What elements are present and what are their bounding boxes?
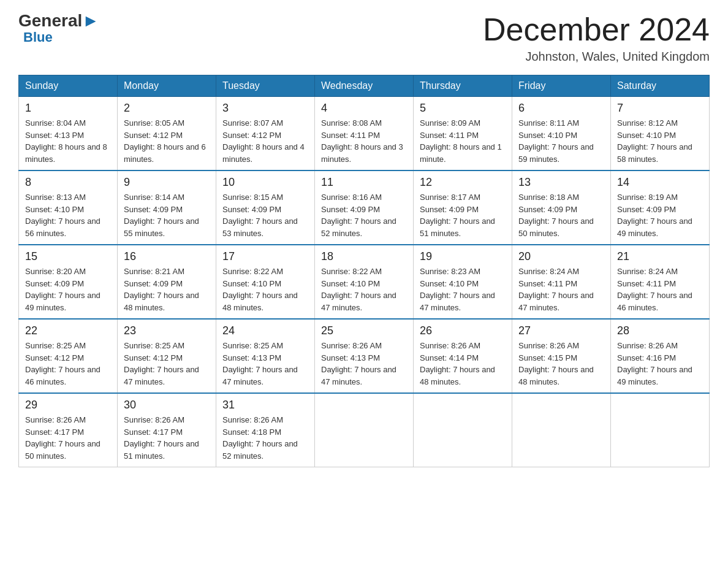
day-info: Sunrise: 8:19 AM Sunset: 4:09 PM Dayligh… [617,191,703,239]
calendar-cell: 22 Sunrise: 8:25 AM Sunset: 4:12 PM Dayl… [19,319,118,393]
day-number: 27 [518,324,604,337]
calendar-cell: 7 Sunrise: 8:12 AM Sunset: 4:10 PM Dayli… [611,97,710,171]
day-number: 1 [25,102,111,115]
day-number: 31 [222,399,308,412]
calendar-cell [611,393,710,467]
week-row-2: 8 Sunrise: 8:13 AM Sunset: 4:10 PM Dayli… [19,170,710,245]
header-row: Sunday Monday Tuesday Wednesday Thursday… [19,75,710,97]
day-number: 12 [420,176,506,189]
calendar-cell: 25 Sunrise: 8:26 AM Sunset: 4:13 PM Dayl… [315,319,414,393]
day-number: 16 [124,250,210,263]
day-info: Sunrise: 8:05 AM Sunset: 4:12 PM Dayligh… [124,117,210,165]
day-info: Sunrise: 8:26 AM Sunset: 4:18 PM Dayligh… [222,414,308,462]
calendar-cell: 16 Sunrise: 8:21 AM Sunset: 4:09 PM Dayl… [118,245,216,319]
title-block: December 2024 Johnston, Wales, United Ki… [483,12,710,64]
calendar-cell: 24 Sunrise: 8:25 AM Sunset: 4:13 PM Dayl… [216,319,315,393]
calendar-cell: 12 Sunrise: 8:17 AM Sunset: 4:09 PM Dayl… [414,170,512,245]
day-info: Sunrise: 8:07 AM Sunset: 4:12 PM Dayligh… [222,117,308,165]
day-info: Sunrise: 8:04 AM Sunset: 4:13 PM Dayligh… [25,117,111,165]
page-header: General► Blue December 2024 Johnston, Wa… [18,12,710,64]
calendar-cell: 14 Sunrise: 8:19 AM Sunset: 4:09 PM Dayl… [611,170,710,245]
day-number: 15 [25,250,111,263]
day-info: Sunrise: 8:08 AM Sunset: 4:11 PM Dayligh… [321,117,407,165]
day-info: Sunrise: 8:11 AM Sunset: 4:10 PM Dayligh… [518,117,604,165]
day-number: 8 [25,176,111,189]
day-number: 20 [518,250,604,263]
header-sunday: Sunday [19,75,118,97]
day-number: 2 [124,102,210,115]
calendar-cell: 29 Sunrise: 8:26 AM Sunset: 4:17 PM Dayl… [19,393,118,467]
location-subtitle: Johnston, Wales, United Kingdom [483,50,710,64]
day-info: Sunrise: 8:20 AM Sunset: 4:09 PM Dayligh… [25,266,111,313]
calendar-cell: 21 Sunrise: 8:24 AM Sunset: 4:11 PM Dayl… [611,245,710,319]
header-tuesday: Tuesday [216,75,315,97]
calendar-header: Sunday Monday Tuesday Wednesday Thursday… [19,75,710,97]
header-friday: Friday [512,75,611,97]
calendar-cell: 4 Sunrise: 8:08 AM Sunset: 4:11 PM Dayli… [315,97,414,171]
header-monday: Monday [118,75,216,97]
calendar-table: Sunday Monday Tuesday Wednesday Thursday… [18,75,710,467]
calendar-cell: 17 Sunrise: 8:22 AM Sunset: 4:10 PM Dayl… [216,245,315,319]
week-row-3: 15 Sunrise: 8:20 AM Sunset: 4:09 PM Dayl… [19,245,710,319]
day-info: Sunrise: 8:18 AM Sunset: 4:09 PM Dayligh… [518,191,604,239]
calendar-cell: 13 Sunrise: 8:18 AM Sunset: 4:09 PM Dayl… [512,170,611,245]
calendar-cell: 23 Sunrise: 8:25 AM Sunset: 4:12 PM Dayl… [118,319,216,393]
day-number: 4 [321,102,407,115]
day-number: 25 [321,324,407,337]
calendar-cell: 3 Sunrise: 8:07 AM Sunset: 4:12 PM Dayli… [216,97,315,171]
day-number: 19 [420,250,506,263]
header-wednesday: Wednesday [315,75,414,97]
day-number: 13 [518,176,604,189]
day-info: Sunrise: 8:12 AM Sunset: 4:10 PM Dayligh… [617,117,703,165]
calendar-cell: 20 Sunrise: 8:24 AM Sunset: 4:11 PM Dayl… [512,245,611,319]
day-info: Sunrise: 8:26 AM Sunset: 4:16 PM Dayligh… [617,340,703,388]
day-info: Sunrise: 8:22 AM Sunset: 4:10 PM Dayligh… [321,266,407,313]
day-info: Sunrise: 8:16 AM Sunset: 4:09 PM Dayligh… [321,191,407,239]
day-number: 18 [321,250,407,263]
day-number: 30 [124,399,210,412]
day-info: Sunrise: 8:09 AM Sunset: 4:11 PM Dayligh… [420,117,506,165]
day-info: Sunrise: 8:13 AM Sunset: 4:10 PM Dayligh… [25,191,111,239]
day-info: Sunrise: 8:26 AM Sunset: 4:13 PM Dayligh… [321,340,407,388]
day-number: 5 [420,102,506,115]
calendar-cell: 26 Sunrise: 8:26 AM Sunset: 4:14 PM Dayl… [414,319,512,393]
day-info: Sunrise: 8:21 AM Sunset: 4:09 PM Dayligh… [124,266,210,313]
day-info: Sunrise: 8:22 AM Sunset: 4:10 PM Dayligh… [222,266,308,313]
day-number: 29 [25,399,111,412]
header-thursday: Thursday [414,75,512,97]
day-info: Sunrise: 8:14 AM Sunset: 4:09 PM Dayligh… [124,191,210,239]
day-info: Sunrise: 8:24 AM Sunset: 4:11 PM Dayligh… [518,266,604,313]
logo-blue-text: Blue [23,29,53,45]
day-number: 24 [222,324,308,337]
calendar-body: 1 Sunrise: 8:04 AM Sunset: 4:13 PM Dayli… [19,97,710,467]
week-row-4: 22 Sunrise: 8:25 AM Sunset: 4:12 PM Dayl… [19,319,710,393]
day-number: 14 [617,176,703,189]
day-info: Sunrise: 8:26 AM Sunset: 4:17 PM Dayligh… [124,414,210,462]
day-number: 7 [617,102,703,115]
calendar-cell [315,393,414,467]
logo: General► Blue [18,12,99,45]
day-number: 26 [420,324,506,337]
calendar-cell: 11 Sunrise: 8:16 AM Sunset: 4:09 PM Dayl… [315,170,414,245]
day-number: 6 [518,102,604,115]
calendar-cell: 5 Sunrise: 8:09 AM Sunset: 4:11 PM Dayli… [414,97,512,171]
calendar-cell: 18 Sunrise: 8:22 AM Sunset: 4:10 PM Dayl… [315,245,414,319]
day-info: Sunrise: 8:26 AM Sunset: 4:17 PM Dayligh… [25,414,111,462]
day-info: Sunrise: 8:26 AM Sunset: 4:14 PM Dayligh… [420,340,506,388]
day-number: 17 [222,250,308,263]
calendar-cell: 27 Sunrise: 8:26 AM Sunset: 4:15 PM Dayl… [512,319,611,393]
calendar-cell: 28 Sunrise: 8:26 AM Sunset: 4:16 PM Dayl… [611,319,710,393]
day-info: Sunrise: 8:26 AM Sunset: 4:15 PM Dayligh… [518,340,604,388]
day-number: 23 [124,324,210,337]
calendar-cell: 15 Sunrise: 8:20 AM Sunset: 4:09 PM Dayl… [19,245,118,319]
calendar-cell: 1 Sunrise: 8:04 AM Sunset: 4:13 PM Dayli… [19,97,118,171]
calendar-cell: 19 Sunrise: 8:23 AM Sunset: 4:10 PM Dayl… [414,245,512,319]
week-row-1: 1 Sunrise: 8:04 AM Sunset: 4:13 PM Dayli… [19,97,710,171]
day-number: 11 [321,176,407,189]
calendar-cell: 9 Sunrise: 8:14 AM Sunset: 4:09 PM Dayli… [118,170,216,245]
calendar-cell: 10 Sunrise: 8:15 AM Sunset: 4:09 PM Dayl… [216,170,315,245]
day-info: Sunrise: 8:15 AM Sunset: 4:09 PM Dayligh… [222,191,308,239]
calendar-cell [512,393,611,467]
day-number: 21 [617,250,703,263]
calendar-cell: 8 Sunrise: 8:13 AM Sunset: 4:10 PM Dayli… [19,170,118,245]
